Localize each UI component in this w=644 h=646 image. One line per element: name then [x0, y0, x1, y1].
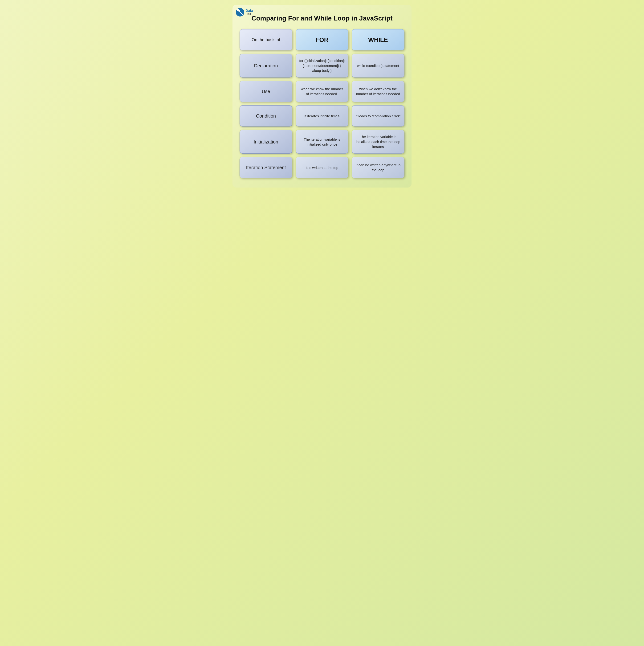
iteration-label: Iteration Statement [246, 164, 286, 171]
condition-for-text: it iterates infinite times [305, 114, 339, 118]
iteration-for-text: It is written at the top [306, 165, 338, 170]
row-declaration-for: for ([initialization]; [condition]; [inc… [296, 54, 348, 78]
for-label: FOR [316, 35, 329, 44]
row-iteration-label: Iteration Statement [239, 157, 292, 178]
row-declaration-while: while (condition) statement [352, 54, 405, 78]
while-label: WHILE [368, 35, 388, 44]
logo-icon [236, 8, 244, 16]
for-header: FOR [296, 29, 348, 50]
logo-flair: Flair [246, 12, 253, 16]
while-header: WHILE [352, 29, 405, 50]
declaration-while-text: while (condition) statement [357, 63, 399, 68]
use-label: Use [262, 88, 270, 95]
basis-header: On the basis of [239, 29, 292, 50]
row-iteration-for: It is written at the top [296, 157, 348, 178]
use-while-text: when we don't know the number of iterati… [355, 87, 401, 96]
declaration-for-text: for ([initialization]; [condition]; [inc… [299, 58, 345, 73]
iteration-while-text: It can be written anywhere in the loop [355, 163, 401, 173]
row-initialization-label: Initialization [239, 130, 292, 153]
row-declaration-label: Declaration [239, 54, 292, 78]
declaration-label: Declaration [254, 63, 278, 69]
svg-point-2 [238, 11, 239, 12]
row-initialization-while: The iteration variable is initialized ea… [352, 130, 405, 153]
initialization-for-text: The iteration variable is initialized on… [299, 137, 345, 147]
row-condition-label: Condition [239, 105, 292, 126]
row-use-label: Use [239, 81, 292, 102]
row-condition-for: it iterates infinite times [296, 105, 348, 126]
use-for-text: when we know the number of iterations ne… [299, 87, 345, 96]
row-initialization-for: The iteration variable is initialized on… [296, 130, 348, 153]
row-use-for: when we know the number of iterations ne… [296, 81, 348, 102]
main-container: Data Flair Comparing For and While Loop … [232, 5, 412, 188]
condition-while-text: it leads to “compilation error” [356, 114, 401, 118]
logo-data: Data [246, 9, 253, 12]
comparison-grid: On the basis of FOR WHILE Declaration fo… [239, 29, 405, 178]
initialization-label: Initialization [254, 138, 279, 145]
condition-label: Condition [256, 113, 276, 119]
basis-label: On the basis of [251, 37, 280, 43]
row-iteration-while: It can be written anywhere in the loop [352, 157, 405, 178]
row-condition-while: it leads to “compilation error” [352, 105, 405, 126]
row-use-while: when we don't know the number of iterati… [352, 81, 405, 102]
initialization-while-text: The iteration variable is initialized ea… [355, 134, 401, 149]
logo-text: Data Flair [246, 9, 253, 16]
page-title: Comparing For and While Loop in JavaScri… [239, 14, 405, 23]
logo: Data Flair [236, 8, 253, 16]
